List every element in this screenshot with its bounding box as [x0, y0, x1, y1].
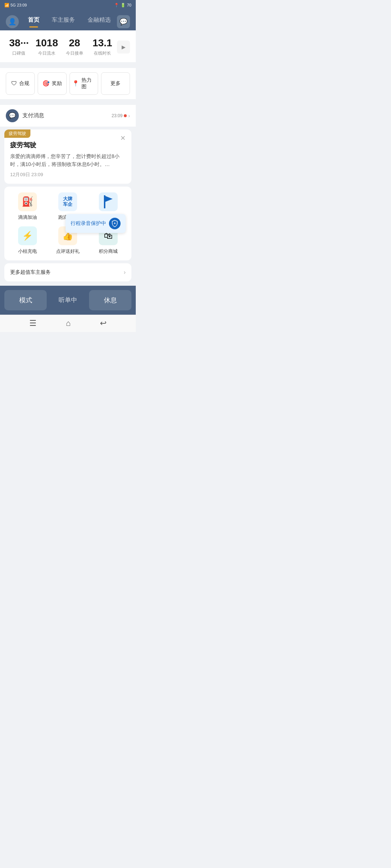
stat-online-time-value: 13.1: [89, 38, 115, 49]
service-review-label: 点评送好礼: [56, 248, 80, 255]
services-card: ⛽ 滴滴加油 大牌 车企 跑滴滴赚 ⚡ 小桔充电 👍: [4, 187, 131, 260]
nav-tabs: 首页 车主服务 金融精选: [22, 16, 117, 27]
battery-icon: 🔋: [121, 3, 126, 8]
signal-icon: 📶: [4, 3, 9, 8]
status-left: 📶 5G 23:09: [4, 3, 27, 8]
tab-finance[interactable]: 金融精选: [88, 16, 111, 27]
top-nav: 👤 首页 车主服务 金融精选 💬: [0, 10, 136, 30]
alert-tag: 疲劳驾驶: [4, 129, 30, 138]
tab-owner-services[interactable]: 车主服务: [52, 16, 75, 27]
stats-section: 38··· 口碑值 1018 今日流水 28 今日接单 13.1 在线时长 ▶: [0, 30, 136, 62]
alert-close-button[interactable]: ✕: [118, 134, 127, 142]
location-icon: 📍: [114, 3, 119, 8]
message-banner[interactable]: 💬 支付消息 23:09 ›: [0, 105, 136, 127]
service-charging-label: 小桔充电: [18, 248, 37, 255]
stat-orders: 28 今日接单: [62, 38, 88, 56]
action-heatmap[interactable]: 📍 热力图: [70, 72, 98, 95]
svg-text:+: +: [114, 221, 116, 225]
alert-body: 亲爱的滴滴师傅，您辛苦了，您计费时长超过8小时，满10小时后，将强制收车休息6小…: [10, 152, 126, 169]
message-banner-time: 23:09 ›: [112, 113, 130, 119]
stat-online-time-label: 在线时长: [89, 50, 115, 56]
message-banner-text: 支付消息: [22, 112, 108, 119]
stat-online-time: 13.1 在线时长: [89, 38, 115, 56]
action-reward[interactable]: 🎯 奖励: [38, 72, 67, 95]
target-icon: 🎯: [42, 80, 50, 87]
stat-reputation: 38··· 口碑值: [6, 38, 32, 56]
stat-reputation-value: 38···: [6, 38, 32, 49]
stat-revenue-label: 今日流水: [34, 50, 60, 56]
battery-value: 70: [127, 3, 131, 7]
signal-type: 5G: [10, 3, 16, 7]
alert-date: 12月09日 23:09: [10, 171, 126, 178]
status-bar: 📶 5G 23:09 📍 🔋 70: [0, 0, 136, 10]
alert-content: 疲劳驾驶 亲爱的滴滴师傅，您辛苦了，您计费时长超过8小时，满10小时后，将强制收…: [4, 141, 131, 184]
stat-reputation-label: 口碑值: [6, 50, 32, 56]
service-charging[interactable]: ⚡ 小桔充电: [10, 226, 45, 255]
action-compliance[interactable]: 🛡 合规: [6, 72, 35, 95]
more-services-text: 更多超值车主服务: [10, 269, 51, 276]
heatmap-icon: 📍: [72, 80, 79, 87]
shield-icon: 🛡: [11, 80, 17, 87]
menu-button[interactable]: ☰: [29, 319, 37, 328]
service-points-label: 积分商城: [99, 248, 118, 255]
service-fuel-label: 滴滴加油: [18, 214, 37, 221]
svg-rect-0: [104, 195, 105, 208]
service-fuel[interactable]: ⛽ 滴滴加油: [10, 192, 45, 221]
charging-icon: ⚡: [18, 226, 37, 245]
stat-orders-label: 今日接单: [62, 50, 88, 56]
back-button[interactable]: ↩: [100, 319, 106, 328]
bottom-toolbar: 模式 听单中 休息: [0, 286, 136, 315]
alert-title: 疲劳驾驶: [10, 141, 126, 149]
message-icon: 💬: [119, 18, 127, 26]
time: 23:09: [17, 3, 27, 7]
flag-icon: [99, 192, 118, 211]
mode-button[interactable]: 模式: [4, 290, 47, 310]
message-button[interactable]: 💬: [117, 15, 130, 28]
more-services-link[interactable]: 更多超值车主服务 ›: [4, 263, 131, 281]
alert-card: 疲劳驾驶 ✕ 疲劳驾驶 亲爱的滴滴师傅，您辛苦了，您计费时长超过8小时，满10小…: [4, 129, 131, 184]
rest-button[interactable]: 休息: [89, 290, 131, 310]
tab-home[interactable]: 首页: [28, 16, 39, 27]
home-button[interactable]: ⌂: [66, 319, 71, 328]
fuel-icon: ⛽: [18, 192, 37, 211]
avatar-icon: 👤: [8, 18, 16, 26]
services-grid: ⛽ 滴滴加油 大牌 车企 跑滴滴赚 ⚡ 小桔充电 👍: [10, 192, 126, 255]
stat-revenue-value: 1018: [34, 38, 60, 49]
action-more[interactable]: 更多: [101, 72, 130, 95]
status-label: 听单中: [50, 290, 86, 310]
message-banner-icon: 💬: [6, 109, 19, 122]
recording-tooltip-text: 行程录音保护中: [71, 220, 106, 227]
dapai-icon: 大牌 车企: [58, 192, 77, 211]
stat-revenue: 1018 今日流水: [34, 38, 60, 56]
svg-marker-1: [105, 196, 113, 202]
recording-shield-icon: +: [109, 218, 121, 229]
recording-tooltip: 行程录音保护中 +: [66, 214, 126, 233]
unread-dot: [124, 114, 127, 117]
stats-expand-button[interactable]: ▶: [117, 41, 130, 54]
status-right: 📍 🔋 70: [114, 3, 131, 8]
chevron-right-icon: ›: [128, 113, 130, 119]
stat-orders-value: 28: [62, 38, 88, 49]
chevron-right-icon: ›: [124, 269, 126, 276]
quick-actions: 🛡 合规 🎯 奖励 📍 热力图 更多: [0, 68, 136, 99]
system-nav: ☰ ⌂ ↩: [0, 315, 136, 332]
user-avatar[interactable]: 👤: [6, 15, 19, 28]
